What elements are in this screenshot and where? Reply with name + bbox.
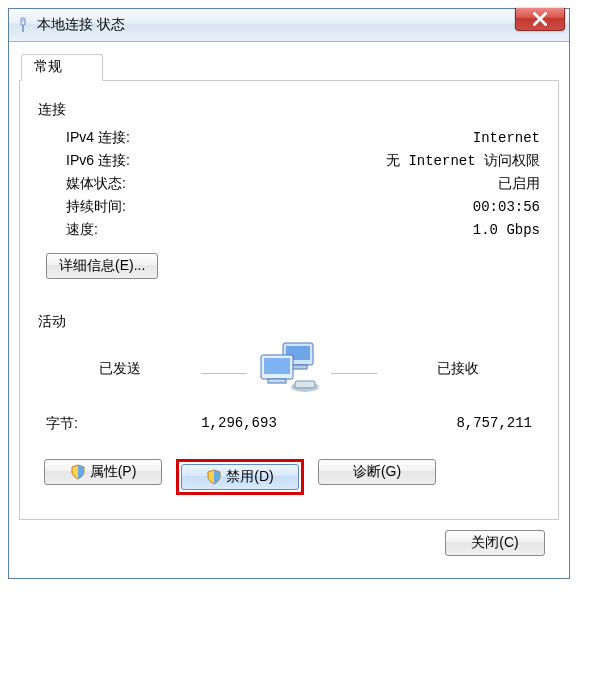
close-dialog-button[interactable]: 关闭(C)	[445, 530, 545, 556]
svg-rect-1	[22, 19, 24, 22]
row-speed: 速度: 1.0 Gbps	[66, 221, 540, 239]
bytes-received-value: 8,757,211	[352, 415, 532, 433]
label-duration: 持续时间:	[66, 198, 196, 216]
tab-panel-general: 连接 IPv4 连接: Internet IPv6 连接: 无 Internet…	[19, 81, 559, 520]
activity-line-right	[331, 373, 377, 374]
disable-button[interactable]: 禁用(D)	[181, 464, 299, 490]
disable-highlight: 禁用(D)	[176, 459, 304, 495]
activity-section-title: 活动	[38, 313, 540, 331]
properties-button[interactable]: 属性(P)	[44, 459, 162, 485]
svg-rect-7	[264, 358, 290, 374]
client-area: 常规 连接 IPv4 连接: Internet IPv6 连接: 无 Inter…	[9, 42, 569, 578]
label-media: 媒体状态:	[66, 175, 196, 193]
tab-strip: 常规	[19, 52, 559, 81]
value-media: 已启用	[196, 175, 540, 193]
details-button[interactable]: 详细信息(E)...	[46, 253, 158, 279]
sent-label: 已发送	[99, 360, 141, 378]
row-duration: 持续时间: 00:03:56	[66, 198, 540, 216]
bytes-label: 字节:	[46, 415, 126, 433]
row-ipv4: IPv4 连接: Internet	[66, 129, 540, 147]
dialog-footer: 关闭(C)	[19, 520, 559, 568]
window-title: 本地连接 状态	[37, 16, 125, 34]
label-ipv4: IPv4 连接:	[66, 129, 196, 147]
close-icon	[533, 12, 547, 26]
status-dialog: 本地连接 状态 常规 连接 IPv4 连接: Internet IPv6 连接:…	[8, 8, 570, 579]
svg-rect-10	[295, 381, 315, 388]
activity-diagram: 已发送	[38, 341, 540, 397]
value-ipv6: 无 Internet 访问权限	[196, 152, 540, 170]
shield-icon	[206, 469, 222, 485]
received-label: 已接收	[437, 360, 479, 378]
activity-received-column: 已接收	[383, 360, 533, 378]
bytes-row: 字节: 1,296,693 8,757,211	[46, 415, 532, 433]
disable-button-label: 禁用(D)	[226, 468, 273, 486]
shield-icon	[70, 464, 86, 480]
value-ipv4: Internet	[196, 130, 540, 146]
diagnose-button[interactable]: 诊断(G)	[318, 459, 436, 485]
activity-section: 活动 已发送	[38, 313, 540, 495]
bytes-sent-value: 1,296,693	[149, 415, 329, 433]
connection-section-title: 连接	[38, 101, 540, 119]
activity-line-left	[201, 373, 247, 374]
titlebar[interactable]: 本地连接 状态	[9, 9, 569, 42]
row-media-state: 媒体状态: 已启用	[66, 175, 540, 193]
value-duration: 00:03:56	[196, 199, 540, 215]
value-speed: 1.0 Gbps	[196, 222, 540, 238]
close-button[interactable]	[515, 8, 565, 31]
label-speed: 速度:	[66, 221, 196, 239]
network-adapter-icon	[15, 17, 31, 33]
properties-button-label: 属性(P)	[90, 463, 137, 481]
computers-icon	[253, 341, 325, 397]
activity-buttons: 属性(P) 禁用(D) 诊	[44, 459, 540, 495]
tab-general[interactable]: 常规	[21, 54, 103, 81]
activity-sent-column: 已发送	[45, 360, 195, 378]
svg-rect-8	[268, 379, 286, 383]
label-ipv6: IPv6 连接:	[66, 152, 196, 170]
row-ipv6: IPv6 连接: 无 Internet 访问权限	[66, 152, 540, 170]
